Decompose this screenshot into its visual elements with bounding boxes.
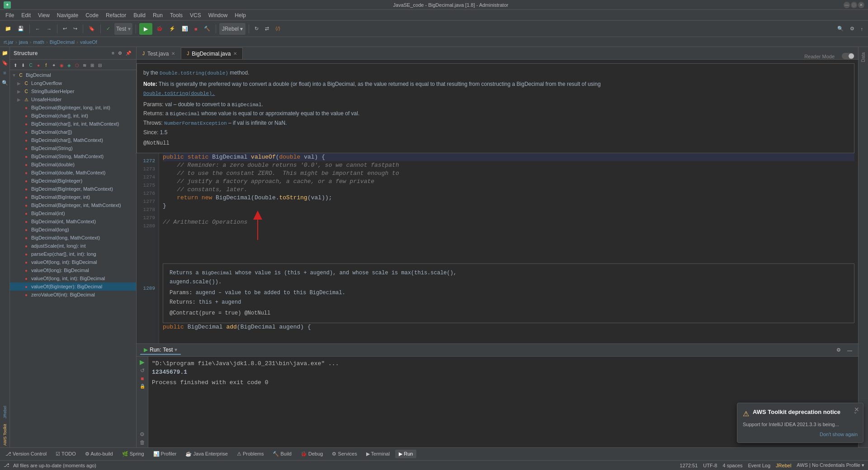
tree-m17[interactable]: ● BigDecimal(long, MathContext) [10, 234, 136, 242]
tree-m18[interactable]: ● adjustScale(int, long): int [10, 242, 136, 250]
bc-valueof[interactable]: valueOf [80, 39, 97, 45]
menu-code[interactable]: Code [82, 10, 102, 21]
jrebel-status[interactable]: JRebel [776, 463, 791, 468]
check-button[interactable]: ✓ [104, 23, 113, 35]
run-with-coverage-button[interactable]: ⚡ [167, 23, 178, 35]
tab-test-java[interactable]: J Test.java ✕ [137, 47, 181, 59]
right-tab-data[interactable]: Data [860, 49, 867, 66]
tree-unsafeholder[interactable]: ▶ ⚠ UnsafeHolder [10, 95, 136, 103]
footer-jenterprise[interactable]: ☕ Java Enterprise [182, 450, 231, 458]
si-3[interactable]: C [27, 61, 34, 69]
bc-rtjar[interactable]: rt.jar [4, 39, 14, 45]
footer-debug[interactable]: 🐞 Debug [297, 450, 326, 458]
toolbar-btn-extra2[interactable]: ⇄ [263, 23, 271, 35]
tree-m6[interactable]: ● BigDecimal(String) [10, 144, 136, 152]
settings-button[interactable]: ⚙ [848, 23, 857, 35]
menu-run[interactable]: Run [149, 10, 166, 21]
tree-m4[interactable]: ● BigDecimal(char[]) [10, 128, 136, 136]
tree-longoverflow[interactable]: ▶ C LongOverflow [10, 79, 136, 87]
si-12[interactable]: ⊟ [96, 61, 104, 69]
tab-bigdecimal-java[interactable]: J BigDecimal.java ✕ [181, 47, 243, 59]
menu-file[interactable]: File [2, 10, 18, 21]
structure-pin-button[interactable]: 📌 [124, 49, 132, 57]
footer-terminal[interactable]: ▶ Terminal [363, 450, 393, 458]
doc-link-double[interactable]: Double.toString(double). [143, 91, 215, 96]
tab-close-bigdecimal[interactable]: ✕ [233, 51, 237, 56]
si-2[interactable]: ⬇ [19, 61, 27, 69]
structure-side-icon[interactable]: ≡ [1, 69, 9, 77]
footer-todo[interactable]: ☑ TODO [52, 450, 79, 458]
jrebel-side-icon[interactable]: JRebel [1, 404, 9, 420]
footer-autobuild[interactable]: ⚙ Auto-build [81, 450, 117, 458]
debug-button[interactable]: 🐞 [154, 23, 165, 35]
bc-math[interactable]: math [33, 39, 44, 45]
menu-navigate[interactable]: Navigate [53, 10, 82, 21]
code-content[interactable]: public static BigDecimal valueOf(double … [159, 153, 858, 343]
close-button[interactable]: ✕ [858, 2, 864, 8]
footer-vcs[interactable]: ⎇ Version Control [2, 450, 50, 458]
tree-m20[interactable]: ● valueOf(long, int): BigDecimal [10, 258, 136, 266]
toolbar-btn-extra3[interactable]: ⟨/⟩ [273, 23, 283, 35]
tree-m14[interactable]: ● BigDecimal(int) [10, 209, 136, 217]
menu-window[interactable]: Window [205, 10, 231, 21]
tree-m2[interactable]: ● BigDecimal(char[], int, int) [10, 112, 136, 120]
tree-m19[interactable]: ● parseExp(char[], int, int): long [10, 250, 136, 258]
menu-build[interactable]: Build [130, 10, 149, 21]
footer-services[interactable]: ⚙ Services [328, 450, 360, 458]
menu-refactor[interactable]: Refactor [102, 10, 130, 21]
tree-stringbuilderhelper[interactable]: ▶ C StringBuilderHelper [10, 87, 136, 95]
si-10[interactable]: ≋ [81, 61, 88, 69]
si-4[interactable]: ● [35, 61, 42, 69]
redo-button[interactable]: ↪ [71, 23, 80, 35]
si-8[interactable]: ◈ [66, 61, 73, 69]
bottom-settings-button[interactable]: ⚙ [834, 346, 843, 355]
encoding-indicator[interactable]: UTF-8 [703, 463, 717, 468]
bc-java[interactable]: java [19, 39, 28, 45]
code-editor[interactable]: by the Double.toString(double) method. N… [137, 60, 858, 343]
toolbar-btn-extra1[interactable]: ↻ [252, 23, 261, 35]
bottom-minimize-button[interactable]: — [845, 346, 854, 355]
menu-view[interactable]: View [34, 10, 53, 21]
tree-m8[interactable]: ● BigDecimal(double) [10, 160, 136, 169]
si-1[interactable]: ⬆ [12, 61, 19, 69]
project-icon[interactable]: 📁 [1, 49, 9, 57]
tree-m10[interactable]: ● BigDecimal(BigInteger) [10, 177, 136, 185]
find-icon[interactable]: 🔍 [1, 79, 9, 87]
reader-mode-toggle[interactable] [838, 53, 858, 59]
run-scrolllock-button[interactable]: 🔒 [140, 384, 145, 389]
tree-m22[interactable]: ● valueOf(long, int, int): BigDecimal [10, 274, 136, 282]
menu-vcs[interactable]: VCS [186, 10, 205, 21]
jrebel-label[interactable]: JRebel ▾ [222, 26, 243, 32]
aws-status[interactable]: AWS | No Credentials Profile ▾ [797, 462, 864, 468]
footer-problems[interactable]: ⚠ Problems [233, 450, 268, 458]
si-9[interactable]: ⬡ [73, 61, 80, 69]
bookmark-button[interactable]: 🔖 [86, 23, 97, 35]
tree-m15[interactable]: ● BigDecimal(int, MathContext) [10, 217, 136, 226]
structure-sort-button[interactable]: ≡ [110, 49, 116, 57]
indent-indicator[interactable]: 4 spaces [723, 463, 743, 468]
run-tab-config[interactable]: Test [163, 347, 173, 353]
config-dropdown-icon[interactable]: ▾ [128, 26, 131, 32]
tree-m12[interactable]: ● BigDecimal(BigInteger, int) [10, 193, 136, 201]
footer-spring[interactable]: 🌿 Spring [118, 450, 148, 458]
save-button[interactable]: 💾 [15, 23, 26, 35]
si-11[interactable]: ⊞ [89, 61, 96, 69]
tree-m9[interactable]: ● BigDecimal(double, MathContext) [10, 169, 136, 177]
tree-m1[interactable]: ● BigDecimal(BigInteger, long, int, int) [10, 103, 136, 112]
run-settings-side-button[interactable]: ⚙ [140, 431, 145, 437]
undo-button[interactable]: ↩ [61, 23, 69, 35]
aws-side-icon[interactable]: AWS Toolkit [1, 422, 9, 447]
event-log[interactable]: Event Log [748, 463, 771, 468]
search-everywhere-button[interactable]: 🔍 [835, 23, 846, 35]
footer-run[interactable]: ▶ Run [395, 450, 416, 458]
si-5[interactable]: f [42, 61, 50, 69]
tree-m3[interactable]: ● BigDecimal(char[], int, int, MathConte… [10, 120, 136, 128]
line-col-indicator[interactable]: 1272:51 [680, 463, 698, 468]
tree-m21[interactable]: ● valueOf(long): BigDecimal [10, 266, 136, 274]
si-7[interactable]: ◉ [58, 61, 65, 69]
tree-m16[interactable]: ● BigDecimal(long) [10, 226, 136, 234]
minimize-button[interactable]: — [844, 2, 850, 8]
code-scroll-area[interactable]: 1272 1273 1274 1275 1276 1277 1278 1279 … [137, 153, 858, 343]
update-button[interactable]: ↑ [859, 23, 866, 35]
dont-show-again-link[interactable]: Don't show again [820, 432, 858, 437]
